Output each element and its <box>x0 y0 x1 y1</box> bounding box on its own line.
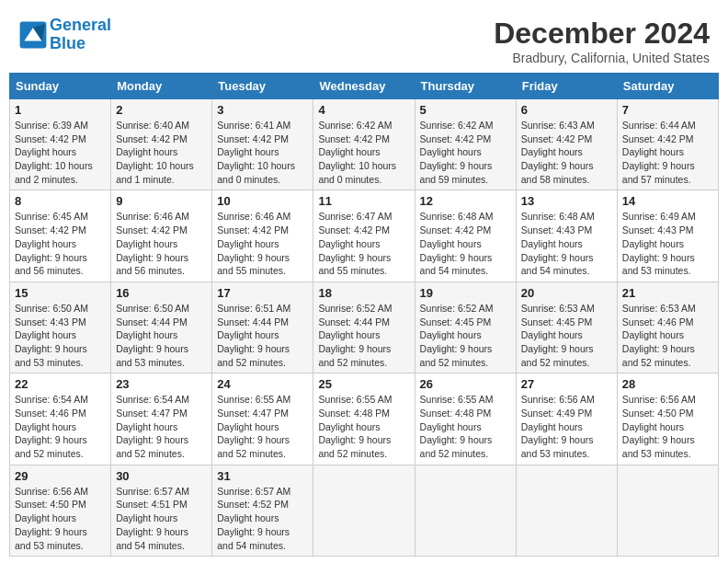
calendar-day-19: 19 Sunrise: 6:52 AMSunset: 4:45 PMDaylig… <box>415 282 516 373</box>
day-info: Sunrise: 6:50 AMSunset: 4:44 PMDaylight … <box>116 302 207 369</box>
calendar-day-9: 9 Sunrise: 6:46 AMSunset: 4:42 PMDayligh… <box>111 190 212 282</box>
empty-cell <box>516 465 617 556</box>
day-info: Sunrise: 6:54 AMSunset: 4:47 PMDaylight … <box>116 393 207 460</box>
weekday-header-thursday: Thursday <box>415 74 516 99</box>
day-info: Sunrise: 6:49 AMSunset: 4:43 PMDaylight … <box>622 210 713 277</box>
day-info: Sunrise: 6:42 AMSunset: 4:42 PMDaylight … <box>318 119 409 186</box>
calendar-day-23: 23 Sunrise: 6:54 AMSunset: 4:47 PMDaylig… <box>111 373 212 465</box>
day-number: 18 <box>318 286 409 300</box>
day-number: 11 <box>318 194 409 208</box>
calendar-day-27: 27 Sunrise: 6:56 AMSunset: 4:49 PMDaylig… <box>516 373 617 465</box>
day-number: 21 <box>622 286 713 300</box>
calendar-day-7: 7 Sunrise: 6:44 AMSunset: 4:42 PMDayligh… <box>617 99 718 190</box>
day-number: 10 <box>217 194 308 208</box>
day-number: 25 <box>318 377 409 391</box>
day-number: 8 <box>15 194 106 208</box>
calendar-day-26: 26 Sunrise: 6:55 AMSunset: 4:48 PMDaylig… <box>415 373 516 465</box>
day-number: 19 <box>420 286 511 300</box>
calendar-day-30: 30 Sunrise: 6:57 AMSunset: 4:51 PMDaylig… <box>111 465 212 556</box>
day-info: Sunrise: 6:50 AMSunset: 4:43 PMDaylight … <box>15 302 106 369</box>
day-info: Sunrise: 6:46 AMSunset: 4:42 PMDaylight … <box>217 210 308 277</box>
page-header: General Blue December 2024 Bradbury, Cal… <box>9 9 719 69</box>
empty-cell <box>313 465 415 556</box>
empty-cell <box>415 465 516 556</box>
calendar-day-14: 14 Sunrise: 6:49 AMSunset: 4:43 PMDaylig… <box>617 190 718 282</box>
day-info: Sunrise: 6:52 AMSunset: 4:45 PMDaylight … <box>420 302 511 369</box>
day-number: 23 <box>116 377 207 391</box>
day-info: Sunrise: 6:53 AMSunset: 4:46 PMDaylight … <box>622 302 713 369</box>
logo: General Blue <box>18 17 111 53</box>
calendar-day-11: 11 Sunrise: 6:47 AMSunset: 4:42 PMDaylig… <box>313 190 415 282</box>
day-number: 24 <box>217 377 308 391</box>
day-info: Sunrise: 6:40 AMSunset: 4:42 PMDaylight … <box>116 119 207 186</box>
calendar-day-5: 5 Sunrise: 6:42 AMSunset: 4:42 PMDayligh… <box>415 99 516 190</box>
calendar-day-13: 13 Sunrise: 6:48 AMSunset: 4:43 PMDaylig… <box>516 190 617 282</box>
calendar-day-4: 4 Sunrise: 6:42 AMSunset: 4:42 PMDayligh… <box>313 99 415 190</box>
day-number: 14 <box>622 194 713 208</box>
calendar-day-16: 16 Sunrise: 6:50 AMSunset: 4:44 PMDaylig… <box>111 282 212 373</box>
calendar-day-3: 3 Sunrise: 6:41 AMSunset: 4:42 PMDayligh… <box>212 99 313 190</box>
calendar-day-21: 21 Sunrise: 6:53 AMSunset: 4:46 PMDaylig… <box>617 282 718 373</box>
calendar-week-5: 29 Sunrise: 6:56 AMSunset: 4:50 PMDaylig… <box>10 465 719 556</box>
day-info: Sunrise: 6:39 AMSunset: 4:42 PMDaylight … <box>15 119 106 186</box>
calendar-day-12: 12 Sunrise: 6:48 AMSunset: 4:42 PMDaylig… <box>415 190 516 282</box>
day-number: 31 <box>217 469 308 483</box>
day-info: Sunrise: 6:56 AMSunset: 4:49 PMDaylight … <box>521 393 612 460</box>
calendar-header-row: SundayMondayTuesdayWednesdayThursdayFrid… <box>10 74 719 99</box>
weekday-header-monday: Monday <box>111 74 212 99</box>
day-info: Sunrise: 6:57 AMSunset: 4:51 PMDaylight … <box>116 485 207 552</box>
calendar-day-18: 18 Sunrise: 6:52 AMSunset: 4:44 PMDaylig… <box>313 282 415 373</box>
day-info: Sunrise: 6:43 AMSunset: 4:42 PMDaylight … <box>521 119 612 186</box>
day-info: Sunrise: 6:55 AMSunset: 4:47 PMDaylight … <box>217 393 308 460</box>
day-info: Sunrise: 6:52 AMSunset: 4:44 PMDaylight … <box>318 302 409 369</box>
day-number: 1 <box>15 103 106 117</box>
day-info: Sunrise: 6:45 AMSunset: 4:42 PMDaylight … <box>15 210 106 277</box>
calendar-day-25: 25 Sunrise: 6:55 AMSunset: 4:48 PMDaylig… <box>313 373 415 465</box>
calendar-day-31: 31 Sunrise: 6:57 AMSunset: 4:52 PMDaylig… <box>212 465 313 556</box>
day-info: Sunrise: 6:55 AMSunset: 4:48 PMDaylight … <box>420 393 511 460</box>
day-info: Sunrise: 6:48 AMSunset: 4:43 PMDaylight … <box>521 210 612 277</box>
day-info: Sunrise: 6:56 AMSunset: 4:50 PMDaylight … <box>622 393 713 460</box>
calendar-day-22: 22 Sunrise: 6:54 AMSunset: 4:46 PMDaylig… <box>10 373 111 465</box>
day-number: 6 <box>521 103 612 117</box>
weekday-header-friday: Friday <box>516 74 617 99</box>
day-number: 5 <box>420 103 511 117</box>
calendar-day-1: 1 Sunrise: 6:39 AMSunset: 4:42 PMDayligh… <box>10 99 111 190</box>
weekday-header-tuesday: Tuesday <box>212 74 313 99</box>
month-title: December 2024 <box>494 17 710 51</box>
day-info: Sunrise: 6:42 AMSunset: 4:42 PMDaylight … <box>420 119 511 186</box>
day-number: 28 <box>622 377 713 391</box>
logo-icon <box>18 20 48 50</box>
calendar-day-8: 8 Sunrise: 6:45 AMSunset: 4:42 PMDayligh… <box>10 190 111 282</box>
calendar-table: SundayMondayTuesdayWednesdayThursdayFrid… <box>9 73 719 557</box>
day-info: Sunrise: 6:47 AMSunset: 4:42 PMDaylight … <box>318 210 409 277</box>
calendar-day-15: 15 Sunrise: 6:50 AMSunset: 4:43 PMDaylig… <box>10 282 111 373</box>
day-number: 22 <box>15 377 106 391</box>
day-number: 12 <box>420 194 511 208</box>
day-info: Sunrise: 6:54 AMSunset: 4:46 PMDaylight … <box>15 393 106 460</box>
location: Bradbury, California, United States <box>494 51 710 65</box>
day-number: 26 <box>420 377 511 391</box>
calendar-week-4: 22 Sunrise: 6:54 AMSunset: 4:46 PMDaylig… <box>10 373 719 465</box>
day-number: 15 <box>15 286 106 300</box>
calendar-week-2: 8 Sunrise: 6:45 AMSunset: 4:42 PMDayligh… <box>10 190 719 282</box>
day-number: 9 <box>116 194 207 208</box>
day-number: 7 <box>622 103 713 117</box>
calendar-day-6: 6 Sunrise: 6:43 AMSunset: 4:42 PMDayligh… <box>516 99 617 190</box>
calendar-week-3: 15 Sunrise: 6:50 AMSunset: 4:43 PMDaylig… <box>10 282 719 373</box>
day-number: 16 <box>116 286 207 300</box>
day-info: Sunrise: 6:44 AMSunset: 4:42 PMDaylight … <box>622 119 713 186</box>
calendar-day-29: 29 Sunrise: 6:56 AMSunset: 4:50 PMDaylig… <box>10 465 111 556</box>
calendar-day-2: 2 Sunrise: 6:40 AMSunset: 4:42 PMDayligh… <box>111 99 212 190</box>
day-number: 2 <box>116 103 207 117</box>
title-block: December 2024 Bradbury, California, Unit… <box>494 17 710 65</box>
day-number: 13 <box>521 194 612 208</box>
day-info: Sunrise: 6:51 AMSunset: 4:44 PMDaylight … <box>217 302 308 369</box>
day-info: Sunrise: 6:41 AMSunset: 4:42 PMDaylight … <box>217 119 308 186</box>
day-number: 29 <box>15 469 106 483</box>
calendar-day-28: 28 Sunrise: 6:56 AMSunset: 4:50 PMDaylig… <box>617 373 718 465</box>
day-number: 27 <box>521 377 612 391</box>
weekday-header-saturday: Saturday <box>617 74 718 99</box>
calendar-day-24: 24 Sunrise: 6:55 AMSunset: 4:47 PMDaylig… <box>212 373 313 465</box>
calendar-day-17: 17 Sunrise: 6:51 AMSunset: 4:44 PMDaylig… <box>212 282 313 373</box>
